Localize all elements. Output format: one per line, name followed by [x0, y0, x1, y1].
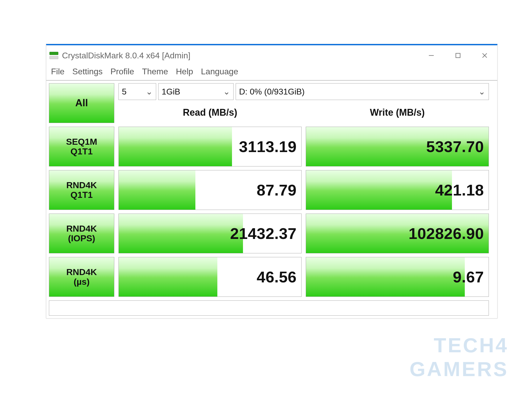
read-seq1m-q1t1-cell: 3113.19	[118, 127, 302, 166]
watermark-line2: GAMERS	[410, 357, 508, 381]
run-count-value: 5	[122, 87, 127, 97]
read-seq1m-q1t1-value: 3113.19	[239, 138, 297, 156]
run-rnd4k-latency-button[interactable]: RND4K(µs)	[49, 257, 114, 297]
row-label-line2: (µs)	[73, 277, 89, 287]
read-rnd4k-iops-value: 21432.37	[230, 225, 297, 243]
watermark-line1: TECH4	[410, 333, 508, 357]
row-label-line2: Q1T1	[70, 190, 93, 200]
read-rnd4k-q1t1-cell: 87.79	[118, 170, 302, 210]
minimize-button[interactable]	[426, 50, 437, 61]
window-controls	[426, 50, 496, 61]
menu-language[interactable]: Language	[201, 67, 238, 76]
row-label-line1: RND4K	[66, 267, 97, 277]
row-label-line1: SEQ1M	[66, 137, 97, 147]
titlebar: CrystalDiskMark 8.0.4 x64 [Admin]	[46, 45, 497, 66]
run-seq1m-q1t1-button[interactable]: SEQ1MQ1T1	[49, 127, 114, 166]
menu-settings[interactable]: Settings	[72, 67, 103, 76]
read-header: Read (MB/s)	[118, 102, 302, 122]
menu-profile[interactable]: Profile	[110, 67, 134, 76]
row-label-line2: Q1T1	[70, 146, 93, 156]
app-window: CrystalDiskMark 8.0.4 x64 [Admin] File S…	[46, 44, 497, 319]
write-rnd4k-q1t1-cell: 421.18	[306, 170, 489, 210]
chevron-down-icon: ⌄	[478, 87, 485, 97]
maximize-button[interactable]	[453, 50, 463, 61]
test-size-select[interactable]: 1GiB ⌄	[158, 83, 234, 100]
close-button[interactable]	[479, 50, 490, 61]
test-size-value: 1GiB	[162, 87, 180, 97]
write-seq1m-q1t1-value: 5337.70	[426, 138, 484, 156]
run-all-button[interactable]: All	[49, 83, 114, 123]
menu-file[interactable]: File	[51, 67, 65, 76]
read-rnd4k-q1t1-value: 87.79	[257, 181, 297, 199]
write-rnd4k-iops-cell: 102826.90	[306, 214, 489, 253]
run-all-label: All	[75, 98, 88, 109]
app-icon	[49, 52, 58, 59]
svg-rect-1	[456, 53, 460, 58]
run-count-select[interactable]: 5 ⌄	[118, 83, 156, 100]
menu-theme[interactable]: Theme	[142, 67, 168, 76]
menu-help[interactable]: Help	[176, 67, 193, 76]
chevron-down-icon: ⌄	[146, 87, 153, 97]
drive-value: D: 0% (0/931GiB)	[239, 87, 305, 97]
menubar: File Settings Profile Theme Help Languag…	[46, 66, 497, 81]
row-label-line1: RND4K	[66, 180, 97, 190]
write-rnd4k-iops-value: 102826.90	[409, 225, 484, 243]
write-rnd4k-q1t1-value: 421.18	[435, 181, 484, 199]
drive-select[interactable]: D: 0% (0/931GiB) ⌄	[236, 83, 489, 100]
read-rnd4k-iops-cell: 21432.37	[118, 214, 302, 253]
write-header: Write (MB/s)	[306, 102, 489, 122]
write-rnd4k-latency-value: 9.67	[453, 268, 484, 286]
window-title: CrystalDiskMark 8.0.4 x64 [Admin]	[62, 51, 426, 60]
read-rnd4k-latency-cell: 46.56	[118, 257, 302, 297]
row-label-line2: (IOPS)	[68, 233, 95, 243]
results-grid: All 5 ⌄ 1GiB ⌄ D: 0% (0/931GiB)	[49, 83, 495, 316]
chevron-down-icon: ⌄	[223, 87, 230, 97]
run-rnd4k-q1t1-button[interactable]: RND4KQ1T1	[49, 170, 114, 210]
watermark: TECH4 GAMERS	[410, 333, 508, 381]
read-rnd4k-latency-value: 46.56	[257, 268, 297, 286]
run-rnd4k-iops-button[interactable]: RND4K(IOPS)	[49, 214, 114, 253]
top-controls: 5 ⌄ 1GiB ⌄ D: 0% (0/931GiB) ⌄ R	[118, 83, 489, 122]
write-rnd4k-latency-cell: 9.67	[306, 257, 489, 297]
status-bar	[49, 300, 489, 316]
row-label-line1: RND4K	[66, 224, 97, 233]
write-seq1m-q1t1-cell: 5337.70	[306, 127, 489, 166]
